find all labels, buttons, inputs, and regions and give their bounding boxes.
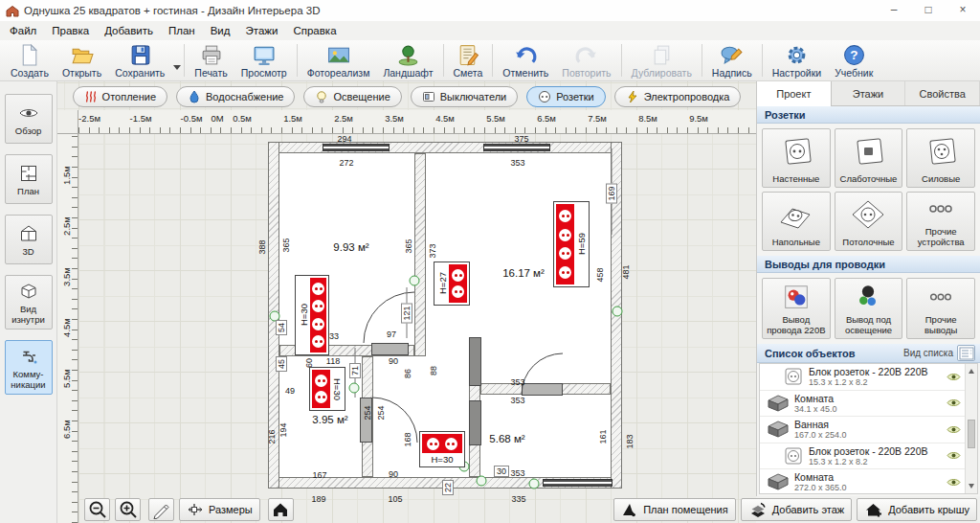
photorealism-button[interactable]: Фотореализм	[301, 40, 377, 80]
menu-add[interactable]: Добавить	[97, 25, 161, 36]
ceiling-sockets-button[interactable]: Потолочные	[835, 192, 903, 251]
maximize-button[interactable]: □	[911, 0, 946, 21]
measure-tool-button[interactable]	[148, 498, 174, 521]
outlet-height-label: H=30	[298, 278, 309, 352]
tab-project[interactable]: Проект	[757, 81, 832, 106]
zoom-in-button[interactable]	[115, 498, 141, 521]
list-item[interactable]: Ванная167.0 x 254.0	[760, 417, 977, 443]
list-view-icon	[959, 347, 974, 360]
list-item[interactable]: Комната272.0 x 365.0	[760, 469, 977, 494]
settings-button[interactable]: Настройки	[766, 40, 829, 80]
power-sockets-button[interactable]: Силовые	[906, 128, 975, 188]
room-plan-button[interactable]: План помещения	[613, 498, 736, 521]
print-button[interactable]: Печать	[188, 40, 234, 80]
list-view-button[interactable]	[957, 345, 975, 361]
menu-edit[interactable]: Правка	[44, 25, 97, 36]
open-folder-icon	[70, 43, 94, 67]
menu-bar: Файл Правка Добавить План Вид Этажи Спра…	[0, 21, 980, 40]
socket-block-icon	[784, 446, 803, 466]
mode-sockets[interactable]: Розетки	[526, 86, 606, 107]
outlet-block[interactable]: H=27	[434, 262, 470, 306]
door-leaf	[371, 343, 409, 355]
sidebar-item-overview[interactable]: Обзор	[5, 94, 53, 144]
menu-floors[interactable]: Этажи	[238, 25, 286, 36]
save-dropdown-arrow-icon[interactable]	[173, 65, 181, 70]
mode-heating[interactable]: Отопление	[73, 86, 167, 107]
mode-water[interactable]: Водоснабжение	[176, 86, 295, 107]
tab-properties[interactable]: Свойства	[905, 81, 980, 105]
duplicate-button: Дублировать	[625, 40, 699, 80]
socket-icon	[452, 285, 464, 298]
add-roof-button[interactable]: Добавить крышу	[857, 498, 977, 521]
list-item[interactable]: Комната34.1 x 45.0	[760, 391, 977, 418]
tab-floors[interactable]: Этажи	[832, 81, 906, 105]
add-floor-button[interactable]: Добавить этаж	[741, 498, 852, 521]
home-button[interactable]	[268, 498, 294, 521]
tutorial-button[interactable]: ? Учебник	[828, 40, 880, 80]
new-document-icon	[17, 43, 41, 67]
toolbar-separator	[443, 44, 444, 77]
dimension-label: 365	[404, 239, 413, 253]
save-button[interactable]: Сохранить	[108, 40, 171, 80]
dimensions-button[interactable]: Размеры	[179, 498, 260, 521]
other-devices-button[interactable]: Прочие устройства	[906, 192, 975, 251]
monitor-icon	[252, 43, 276, 67]
outlet-block[interactable]: H=30	[295, 275, 329, 355]
object-size: 167.0 x 254.0	[794, 430, 847, 440]
floor-sockets-button[interactable]: Напольные	[762, 192, 831, 251]
visibility-eye-icon[interactable]	[947, 372, 961, 382]
dimension-label: 375	[514, 134, 528, 144]
visibility-eye-icon[interactable]	[947, 424, 961, 435]
menu-file[interactable]: Файл	[2, 25, 44, 36]
other-outputs-button[interactable]: Прочие выводы	[906, 278, 975, 339]
list-item[interactable]: Блок розеток - 220В 220В15.3 x 1.2 x 8.2	[760, 443, 977, 470]
sidebar-item-communications[interactable]: Комму- никации	[5, 340, 53, 395]
mode-switches[interactable]: Выключатели	[411, 86, 518, 107]
menu-view[interactable]: Вид	[203, 25, 238, 36]
close-button[interactable]: ×	[946, 0, 980, 21]
menu-help[interactable]: Справка	[285, 25, 344, 36]
scroll-down-arrow-icon[interactable]	[969, 484, 974, 489]
zoom-out-button[interactable]	[84, 498, 110, 521]
low-current-sockets-button[interactable]: Слаботочные	[835, 128, 903, 188]
lighting-output-button[interactable]: Вывод под освещение	[835, 278, 903, 339]
scroll-up-arrow-icon[interactable]	[969, 369, 974, 374]
visibility-eye-icon[interactable]	[947, 398, 961, 408]
menu-plan[interactable]: План	[161, 25, 203, 36]
object-list-header: Список объектов Вид списка	[757, 344, 980, 363]
estimate-button[interactable]: Смета	[447, 40, 490, 80]
label-button[interactable]: Надпись	[705, 40, 759, 80]
preview-button[interactable]: Просмотр	[234, 40, 294, 80]
undo-button[interactable]: Отменить	[496, 40, 555, 80]
socket-block-icon	[784, 367, 803, 386]
sidebar-item-interior-view[interactable]: Вид изнутри	[5, 275, 53, 330]
sidebar-item-3d[interactable]: 3D	[5, 215, 53, 264]
visibility-eye-icon[interactable]	[947, 450, 961, 461]
new-button[interactable]: Создать	[4, 40, 56, 80]
dimension-label: 30	[494, 466, 509, 477]
list-item[interactable]: Блок розеток - 220В 220В15.3 x 1.2 x 8.2	[760, 364, 977, 391]
scrollbar-thumb[interactable]	[968, 420, 975, 448]
home-icon	[272, 501, 289, 518]
outlet-block[interactable]: H=30	[419, 431, 465, 467]
duplicate-pages-icon	[650, 43, 674, 67]
minimize-button[interactable]: –	[877, 0, 911, 21]
mode-lighting[interactable]: Освещение	[303, 86, 401, 107]
outlet-block[interactable]: H=59	[553, 201, 590, 287]
plan-canvas[interactable]: Отопление Водоснабжение Освещение Выключ…	[57, 81, 756, 523]
dimension-label: 90	[389, 469, 398, 479]
visibility-eye-icon[interactable]	[947, 477, 961, 488]
wall-sockets-button[interactable]: Настенные	[762, 128, 831, 188]
dimension-label: 458	[595, 267, 605, 282]
list-scrollbar[interactable]	[965, 364, 977, 493]
landscape-button[interactable]: Ландшафт	[376, 40, 439, 80]
sidebar-item-plan[interactable]: План	[5, 154, 53, 204]
outlet-block[interactable]: H=30	[309, 367, 345, 411]
socket-icon	[312, 318, 324, 330]
socket-icon	[315, 375, 327, 387]
floor-plan: H=30 H=30 H=27 H=59 H=30	[57, 81, 756, 523]
communication-modes: Отопление Водоснабжение Освещение Выключ…	[57, 86, 756, 107]
open-button[interactable]: Открыть	[56, 40, 108, 80]
wire-output-220v-button[interactable]: Вывод провода 220В	[762, 278, 831, 339]
mode-wiring[interactable]: Электропроводка	[614, 86, 742, 107]
